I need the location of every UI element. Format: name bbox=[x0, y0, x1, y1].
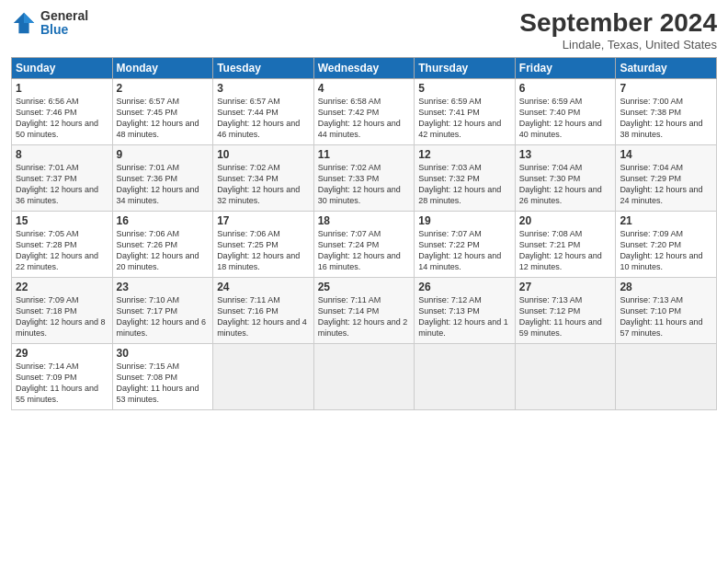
calendar-cell: 28Sunrise: 7:13 AMSunset: 7:10 PMDayligh… bbox=[616, 277, 717, 343]
day-number: 7 bbox=[620, 82, 712, 95]
day-number: 23 bbox=[117, 281, 210, 293]
day-info: Sunrise: 7:04 AMSunset: 7:29 PMDaylight:… bbox=[620, 162, 712, 207]
day-number: 5 bbox=[418, 82, 511, 95]
calendar-cell: 19Sunrise: 7:07 AMSunset: 7:22 PMDayligh… bbox=[415, 211, 516, 277]
calendar-cell: 8Sunrise: 7:01 AMSunset: 7:37 PMDaylight… bbox=[12, 144, 113, 211]
calendar-cell: 20Sunrise: 7:08 AMSunset: 7:21 PMDayligh… bbox=[515, 211, 616, 277]
calendar-cell: 22Sunrise: 7:09 AMSunset: 7:18 PMDayligh… bbox=[12, 277, 113, 343]
day-info: Sunrise: 7:02 AMSunset: 7:33 PMDaylight:… bbox=[318, 162, 411, 207]
calendar-cell: 11Sunrise: 7:02 AMSunset: 7:33 PMDayligh… bbox=[313, 144, 415, 211]
logo-text: General Blue bbox=[40, 9, 88, 38]
day-number: 6 bbox=[519, 82, 612, 95]
page-container: General Blue September 2024 Lindale, Tex… bbox=[0, 0, 728, 563]
calendar-cell: 24Sunrise: 7:11 AMSunset: 7:16 PMDayligh… bbox=[213, 277, 314, 343]
day-number: 17 bbox=[217, 214, 310, 227]
day-info: Sunrise: 7:06 AMSunset: 7:26 PMDaylight:… bbox=[117, 228, 210, 273]
calendar-cell: 6Sunrise: 6:59 AMSunset: 7:40 PMDaylight… bbox=[515, 78, 616, 144]
calendar-cell: 7Sunrise: 7:00 AMSunset: 7:38 PMDaylight… bbox=[616, 78, 717, 144]
logo-general-text: General bbox=[40, 9, 88, 23]
day-info: Sunrise: 7:03 AMSunset: 7:32 PMDaylight:… bbox=[418, 162, 511, 207]
day-info: Sunrise: 7:07 AMSunset: 7:22 PMDaylight:… bbox=[418, 228, 511, 273]
day-number: 22 bbox=[16, 281, 108, 293]
col-friday: Friday bbox=[515, 57, 616, 78]
day-number: 20 bbox=[519, 214, 612, 227]
day-info: Sunrise: 7:05 AMSunset: 7:28 PMDaylight:… bbox=[16, 228, 108, 273]
calendar-cell: 10Sunrise: 7:02 AMSunset: 7:34 PMDayligh… bbox=[213, 144, 314, 211]
month-title: September 2024 bbox=[519, 9, 717, 38]
calendar-cell: 14Sunrise: 7:04 AMSunset: 7:29 PMDayligh… bbox=[616, 144, 717, 211]
day-number: 28 bbox=[620, 281, 712, 293]
calendar-cell: 26Sunrise: 7:12 AMSunset: 7:13 PMDayligh… bbox=[415, 277, 516, 343]
calendar-week-row-2: 8Sunrise: 7:01 AMSunset: 7:37 PMDaylight… bbox=[12, 144, 717, 211]
day-info: Sunrise: 7:09 AMSunset: 7:18 PMDaylight:… bbox=[16, 294, 108, 339]
calendar-cell: 25Sunrise: 7:11 AMSunset: 7:14 PMDayligh… bbox=[313, 277, 415, 343]
day-number: 11 bbox=[318, 148, 411, 161]
calendar-week-row-1: 1Sunrise: 6:56 AMSunset: 7:46 PMDaylight… bbox=[12, 78, 717, 144]
calendar-cell: 12Sunrise: 7:03 AMSunset: 7:32 PMDayligh… bbox=[415, 144, 516, 211]
calendar-cell: 17Sunrise: 7:06 AMSunset: 7:25 PMDayligh… bbox=[213, 211, 314, 277]
day-info: Sunrise: 7:06 AMSunset: 7:25 PMDaylight:… bbox=[217, 228, 310, 273]
day-number: 8 bbox=[16, 148, 108, 161]
calendar-cell: 1Sunrise: 6:56 AMSunset: 7:46 PMDaylight… bbox=[12, 78, 113, 144]
calendar-cell bbox=[313, 343, 415, 409]
col-wednesday: Wednesday bbox=[313, 57, 415, 78]
calendar-cell: 21Sunrise: 7:09 AMSunset: 7:20 PMDayligh… bbox=[616, 211, 717, 277]
day-info: Sunrise: 7:01 AMSunset: 7:37 PMDaylight:… bbox=[16, 162, 108, 207]
calendar-week-row-5: 29Sunrise: 7:14 AMSunset: 7:09 PMDayligh… bbox=[12, 343, 717, 409]
day-number: 13 bbox=[519, 148, 612, 161]
calendar-cell bbox=[515, 343, 616, 409]
day-info: Sunrise: 7:15 AMSunset: 7:08 PMDaylight:… bbox=[117, 361, 210, 406]
calendar-cell: 2Sunrise: 6:57 AMSunset: 7:45 PMDaylight… bbox=[112, 78, 213, 144]
day-info: Sunrise: 6:59 AMSunset: 7:40 PMDaylight:… bbox=[519, 96, 612, 141]
calendar-cell bbox=[415, 343, 516, 409]
day-info: Sunrise: 6:57 AMSunset: 7:44 PMDaylight:… bbox=[217, 96, 310, 141]
col-saturday: Saturday bbox=[616, 57, 717, 78]
col-sunday: Sunday bbox=[12, 57, 113, 78]
day-number: 9 bbox=[117, 148, 210, 161]
day-number: 1 bbox=[16, 82, 108, 95]
day-number: 15 bbox=[16, 214, 108, 227]
day-info: Sunrise: 7:02 AMSunset: 7:34 PMDaylight:… bbox=[217, 162, 310, 207]
logo-blue-text: Blue bbox=[40, 23, 88, 37]
calendar-cell: 30Sunrise: 7:15 AMSunset: 7:08 PMDayligh… bbox=[112, 343, 213, 409]
day-info: Sunrise: 7:09 AMSunset: 7:20 PMDaylight:… bbox=[620, 228, 712, 273]
day-info: Sunrise: 7:14 AMSunset: 7:09 PMDaylight:… bbox=[16, 361, 108, 406]
day-number: 4 bbox=[318, 82, 411, 95]
calendar-cell: 27Sunrise: 7:13 AMSunset: 7:12 PMDayligh… bbox=[515, 277, 616, 343]
day-info: Sunrise: 7:10 AMSunset: 7:17 PMDaylight:… bbox=[117, 294, 210, 339]
day-number: 3 bbox=[217, 82, 310, 95]
calendar-cell: 16Sunrise: 7:06 AMSunset: 7:26 PMDayligh… bbox=[112, 211, 213, 277]
calendar-cell: 18Sunrise: 7:07 AMSunset: 7:24 PMDayligh… bbox=[313, 211, 415, 277]
day-number: 14 bbox=[620, 148, 712, 161]
day-number: 21 bbox=[620, 214, 712, 227]
svg-marker-1 bbox=[24, 13, 34, 23]
col-thursday: Thursday bbox=[415, 57, 516, 78]
day-number: 19 bbox=[418, 214, 511, 227]
page-header: General Blue September 2024 Lindale, Tex… bbox=[11, 9, 717, 52]
calendar-cell: 13Sunrise: 7:04 AMSunset: 7:30 PMDayligh… bbox=[515, 144, 616, 211]
calendar-cell: 4Sunrise: 6:58 AMSunset: 7:42 PMDaylight… bbox=[313, 78, 415, 144]
col-tuesday: Tuesday bbox=[213, 57, 314, 78]
col-monday: Monday bbox=[112, 57, 213, 78]
calendar-cell: 3Sunrise: 6:57 AMSunset: 7:44 PMDaylight… bbox=[213, 78, 314, 144]
day-number: 29 bbox=[16, 347, 108, 360]
title-block: September 2024 Lindale, Texas, United St… bbox=[519, 9, 717, 52]
day-number: 26 bbox=[418, 281, 511, 293]
calendar-header-row: Sunday Monday Tuesday Wednesday Thursday… bbox=[12, 57, 717, 78]
day-info: Sunrise: 7:00 AMSunset: 7:38 PMDaylight:… bbox=[620, 96, 712, 141]
calendar-week-row-4: 22Sunrise: 7:09 AMSunset: 7:18 PMDayligh… bbox=[12, 277, 717, 343]
day-number: 10 bbox=[217, 148, 310, 161]
day-number: 27 bbox=[519, 281, 612, 293]
logo-icon bbox=[11, 10, 37, 36]
day-number: 2 bbox=[117, 82, 210, 95]
day-number: 12 bbox=[418, 148, 511, 161]
day-info: Sunrise: 7:12 AMSunset: 7:13 PMDaylight:… bbox=[418, 294, 511, 339]
calendar-cell: 15Sunrise: 7:05 AMSunset: 7:28 PMDayligh… bbox=[12, 211, 113, 277]
day-info: Sunrise: 7:01 AMSunset: 7:36 PMDaylight:… bbox=[117, 162, 210, 207]
day-number: 18 bbox=[318, 214, 411, 227]
day-info: Sunrise: 6:56 AMSunset: 7:46 PMDaylight:… bbox=[16, 96, 108, 141]
calendar-cell: 23Sunrise: 7:10 AMSunset: 7:17 PMDayligh… bbox=[112, 277, 213, 343]
day-info: Sunrise: 7:13 AMSunset: 7:12 PMDaylight:… bbox=[519, 294, 612, 339]
location-text: Lindale, Texas, United States bbox=[519, 38, 717, 52]
day-info: Sunrise: 6:57 AMSunset: 7:45 PMDaylight:… bbox=[117, 96, 210, 141]
